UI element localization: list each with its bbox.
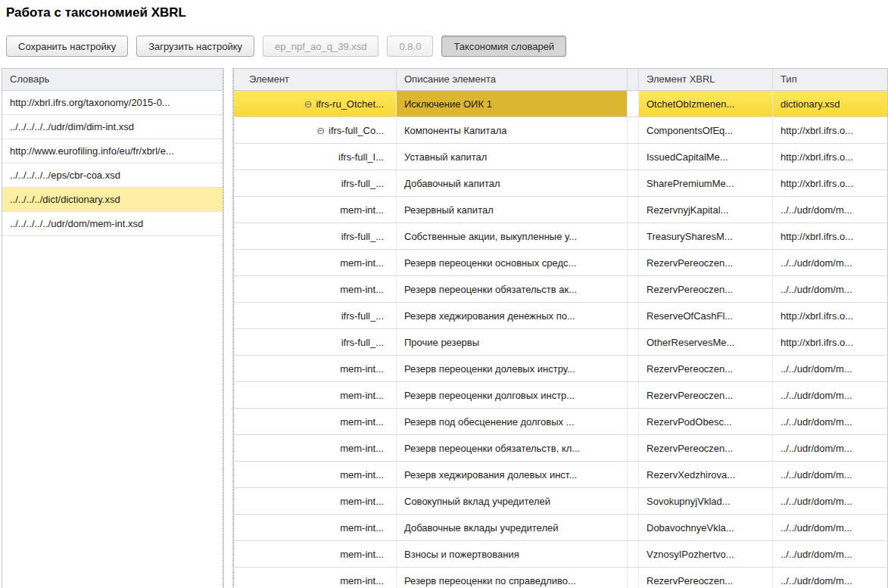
element-cell[interactable]: ifrs-full_...: [234, 170, 397, 196]
toolbar-button[interactable]: 0.8.0: [387, 36, 433, 57]
xbrl-element-cell[interactable]: RezervPereoczen...: [639, 568, 773, 588]
xbrl-element-cell[interactable]: RezervXedzhirova...: [639, 462, 773, 487]
element-cell[interactable]: mem-int...: [234, 515, 397, 540]
table-row[interactable]: ifrs-full_... Добавочный капитал SharePr…: [234, 170, 887, 197]
xbrl-element-cell[interactable]: IssuedCapitalMe...: [639, 144, 773, 170]
xbrl-element-cell[interactable]: ReserveOfCashFl...: [639, 303, 773, 328]
type-cell[interactable]: ../../udr/dom/m...: [773, 435, 887, 461]
dictionary-item[interactable]: http://www.eurofiling.info/eu/fr/xbrl/e.…: [2, 139, 223, 163]
flag-cell[interactable]: [628, 462, 639, 487]
table-row[interactable]: mem-int... Резерв переоценки долговых ин…: [234, 382, 887, 409]
dictionary-item[interactable]: http://xbrl.ifrs.org/taxonomy/2015-0...: [2, 91, 223, 115]
table-row[interactable]: ⊖ ifrs-ru_Otchet... Исключение ОИК 1 Otc…: [234, 91, 887, 117]
flag-cell[interactable]: [628, 223, 639, 249]
table-row[interactable]: ifrs-full_... Собственные акции, выкупле…: [234, 223, 887, 250]
element-cell[interactable]: mem-int...: [234, 541, 397, 567]
column-header-type[interactable]: Тип: [773, 69, 887, 90]
flag-cell[interactable]: [628, 382, 639, 408]
flag-cell[interactable]: [628, 170, 639, 196]
type-cell[interactable]: ../../udr/dom/m...: [773, 568, 887, 588]
xbrl-element-cell[interactable]: DobavochnyeVkla...: [639, 515, 773, 540]
description-cell[interactable]: Уставный капитал: [397, 144, 628, 170]
xbrl-element-cell[interactable]: RezervPereoczen...: [639, 356, 773, 381]
element-cell[interactable]: mem-int...: [234, 197, 397, 222]
flag-cell[interactable]: [628, 117, 639, 143]
flag-cell[interactable]: [628, 303, 639, 328]
flag-cell[interactable]: [628, 541, 639, 567]
description-cell[interactable]: Резерв переоценки основных средс...: [397, 250, 628, 275]
description-cell[interactable]: Резерв переоценки долговых инстр...: [397, 382, 628, 408]
description-cell[interactable]: Добавочный капитал: [397, 170, 628, 196]
description-cell[interactable]: Исключение ОИК 1: [397, 91, 628, 117]
type-cell[interactable]: ../../udr/dom/m...: [773, 197, 887, 222]
xbrl-element-cell[interactable]: OtherReservesMe...: [639, 329, 773, 355]
type-cell[interactable]: http://xbrl.ifrs.o...: [773, 303, 887, 328]
xbrl-element-cell[interactable]: RezervPereoczen...: [639, 276, 773, 302]
element-cell[interactable]: mem-int...: [234, 276, 397, 302]
type-cell[interactable]: ../../udr/dom/m...: [773, 488, 887, 514]
type-cell[interactable]: http://xbrl.ifrs.o...: [773, 144, 887, 170]
xbrl-element-cell[interactable]: OtchetObIzmenen...: [639, 91, 773, 117]
type-cell[interactable]: ../../udr/dom/m...: [773, 515, 887, 540]
column-header-description[interactable]: Описание элемента: [397, 69, 628, 90]
element-cell[interactable]: ifrs-full_I...: [234, 144, 397, 170]
column-header-flag[interactable]: [628, 69, 639, 90]
element-cell[interactable]: ⊖ ifrs-full_Co...: [234, 117, 397, 143]
description-cell[interactable]: Компоненты Капитала: [397, 117, 628, 143]
table-row[interactable]: mem-int... Резерв переоценки обязательст…: [234, 435, 887, 462]
description-cell[interactable]: Резерв хеджирования денежных по...: [397, 303, 628, 328]
description-cell[interactable]: Взносы и пожертвования: [397, 541, 628, 567]
element-cell[interactable]: ⊖ ifrs-ru_Otchet...: [234, 91, 397, 117]
xbrl-element-cell[interactable]: VznosyIPozhertvo...: [639, 541, 773, 567]
table-row[interactable]: mem-int... Резерв под обесценение долгов…: [234, 409, 887, 435]
flag-cell[interactable]: [628, 250, 639, 275]
type-cell[interactable]: ../../udr/dom/m...: [773, 250, 887, 275]
xbrl-element-cell[interactable]: RezervPereoczen...: [639, 382, 773, 408]
dictionary-item[interactable]: ../../../../../udr/dim/dim-int.xsd: [2, 115, 223, 139]
description-cell[interactable]: Резерв переоценки обязательств, кл...: [397, 435, 628, 461]
toolbar-button[interactable]: ep_npf_ao_q_39.xsd: [263, 36, 379, 57]
xbrl-element-cell[interactable]: SovokupnyjVklad...: [639, 488, 773, 514]
flag-cell[interactable]: [628, 276, 639, 302]
type-cell[interactable]: ../../udr/dom/m...: [773, 462, 887, 487]
type-cell[interactable]: ../../udr/dom/m...: [773, 541, 887, 567]
description-cell[interactable]: Резерв переоценки по справедливо...: [397, 568, 628, 588]
type-cell[interactable]: http://xbrl.ifrs.o...: [773, 329, 887, 355]
table-row[interactable]: mem-int... Резерв переоценки основных ср…: [234, 250, 887, 276]
column-header-xbrl-element[interactable]: Элемент XBRL: [639, 69, 773, 90]
table-row[interactable]: ifrs-full_... Прочие резервы OtherReserv…: [234, 329, 887, 356]
element-cell[interactable]: mem-int...: [234, 435, 397, 461]
flag-cell[interactable]: [628, 488, 639, 514]
collapse-icon[interactable]: ⊖: [304, 98, 313, 110]
type-cell[interactable]: ../../udr/dom/m...: [773, 382, 887, 408]
flag-cell[interactable]: [628, 356, 639, 381]
panel-splitter[interactable]: [223, 68, 233, 588]
collapse-icon[interactable]: ⊖: [316, 125, 325, 136]
type-cell[interactable]: ../../udr/dom/m...: [773, 276, 887, 302]
xbrl-element-cell[interactable]: RezervPereoczen...: [639, 435, 773, 461]
description-cell[interactable]: Резерв под обесценение долговых ...: [397, 409, 628, 434]
toolbar-button[interactable]: Загрузить настройку: [136, 36, 254, 57]
element-cell[interactable]: mem-int...: [234, 382, 397, 408]
toolbar-button[interactable]: Таксономия словарей: [441, 36, 566, 57]
xbrl-element-cell[interactable]: SharePremiumMe...: [639, 170, 773, 196]
xbrl-element-cell[interactable]: TreasurySharesM...: [639, 223, 773, 249]
table-row[interactable]: mem-int... Резерв переоценки обязательст…: [234, 276, 887, 303]
type-cell[interactable]: ../../udr/dom/m...: [773, 409, 887, 434]
xbrl-element-cell[interactable]: RezervnyjKapital...: [639, 197, 773, 222]
element-cell[interactable]: mem-int...: [234, 356, 397, 381]
element-cell[interactable]: mem-int...: [234, 409, 397, 434]
element-cell[interactable]: ifrs-full_...: [234, 303, 397, 328]
table-row[interactable]: ifrs-full_I... Уставный капитал IssuedCa…: [234, 144, 887, 170]
element-cell[interactable]: ifrs-full_...: [234, 223, 397, 249]
type-cell[interactable]: ../../udr/dom/m...: [773, 356, 887, 381]
table-row[interactable]: mem-int... Взносы и пожертвования Vznosy…: [234, 541, 887, 568]
xbrl-element-cell[interactable]: RezervPodObesc...: [639, 409, 773, 434]
description-cell[interactable]: Резерв переоценки обязательств ак...: [397, 276, 628, 302]
description-cell[interactable]: Резерв хеджирования долевых инст...: [397, 462, 628, 487]
type-cell[interactable]: http://xbrl.ifrs.o...: [773, 117, 887, 143]
table-row[interactable]: mem-int... Резервный капитал RezervnyjKa…: [234, 197, 887, 223]
dictionary-item[interactable]: ../../../../dict/dictionary.xsd: [2, 188, 223, 212]
flag-cell[interactable]: [628, 144, 639, 170]
description-cell[interactable]: Резерв переоценки долевых инстру...: [397, 356, 628, 381]
